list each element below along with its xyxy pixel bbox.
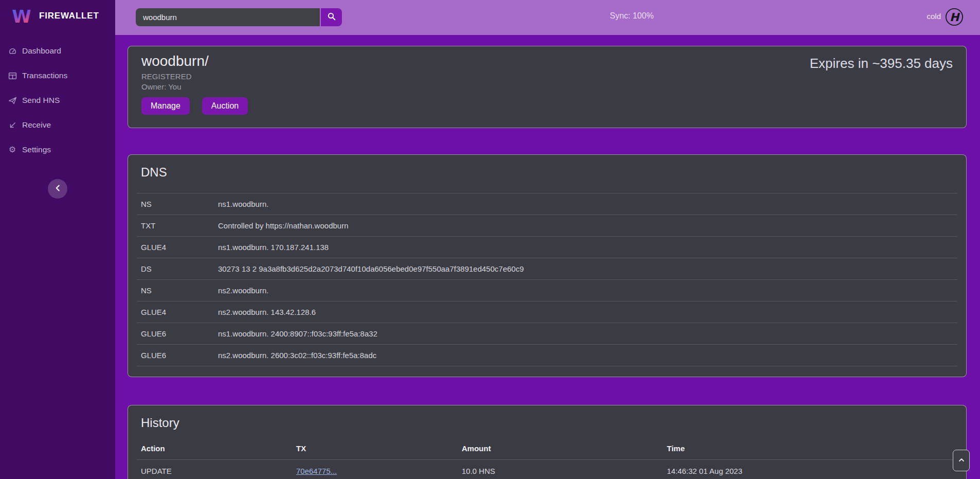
history-col-tx: TX (292, 437, 458, 460)
domain-owner: Owner: You (141, 82, 953, 91)
table-icon (8, 72, 17, 80)
sidebar-nav: Dashboard Transactions Send HNS Receive … (0, 39, 115, 162)
main-content: woodburn/ REGISTERED Owner: You Manage A… (115, 35, 980, 479)
history-action: UPDATE (137, 460, 292, 479)
tx-link[interactable]: 70e64775... (296, 467, 337, 475)
dns-record-value: 30273 13 2 9a3a8fb3d625d2a2073d740f10da6… (214, 258, 957, 280)
dns-record-type: GLUE6 (137, 345, 214, 366)
sync-status: Sync: 100% (610, 11, 654, 21)
brand: W FIREWALLET (0, 0, 115, 30)
arrow-down-left-icon (8, 121, 17, 130)
chevron-left-icon (55, 184, 61, 193)
dns-record-type: GLUE4 (137, 301, 214, 323)
dns-record-type: DS (137, 258, 214, 280)
sidebar-collapse-button[interactable] (48, 179, 67, 199)
domain-card: woodburn/ REGISTERED Owner: You Manage A… (128, 46, 967, 128)
search-icon (327, 12, 336, 23)
domain-expiry: Expires in ~395.35 days (810, 56, 953, 72)
history-amount: 10.0 HNS (458, 460, 663, 479)
dns-record-row: GLUE4 ns1.woodburn. 170.187.241.138 (137, 237, 957, 258)
sidebar-item-label: Settings (22, 145, 51, 154)
domain-actions: Manage Auction (141, 97, 953, 115)
sidebar-item-send-hns[interactable]: Send HNS (0, 88, 115, 113)
dns-record-value: ns2.woodburn. 2600:3c02::f03c:93ff:fe5a:… (214, 345, 957, 366)
gear-icon: ⚙ (8, 146, 17, 154)
history-row: UPDATE 70e64775... 10.0 HNS 14:46:32 01 … (137, 460, 957, 479)
sidebar: W FIREWALLET Dashboard Transactions Send… (0, 0, 115, 479)
auction-button[interactable]: Auction (202, 97, 248, 115)
history-card-title: History (141, 416, 953, 430)
gauge-icon (8, 47, 17, 56)
dns-record-row: TXT Controlled by https://nathan.woodbur… (137, 215, 957, 237)
sidebar-item-dashboard[interactable]: Dashboard (0, 39, 115, 63)
svg-text:W: W (12, 6, 31, 26)
dns-card: DNS NS ns1.woodburn. TXT Controlled by h… (128, 154, 967, 377)
history-header-row: Action TX Amount Time (137, 437, 957, 460)
dns-card-title: DNS (141, 165, 953, 180)
dns-record-value: ns2.woodburn. 143.42.128.6 (214, 301, 957, 323)
topbar: Sync: 100% cold H (115, 0, 980, 35)
dns-record-row: GLUE4 ns2.woodburn. 143.42.128.6 (137, 301, 957, 323)
dns-record-type: TXT (137, 215, 214, 237)
history-col-time: Time (663, 437, 957, 460)
wallet-mode-badge: cold (927, 12, 941, 21)
search-button[interactable] (321, 8, 342, 26)
history-card: History Action TX Amount Time UPDATE 70e… (128, 405, 967, 479)
dns-record-row: DS 30273 13 2 9a3a8fb3d625d2a2073d740f10… (137, 258, 957, 280)
dns-record-value: ns1.woodburn. (214, 193, 957, 215)
manage-button[interactable]: Manage (141, 97, 190, 115)
dns-record-value: Controlled by https://nathan.woodburn (214, 215, 957, 237)
domain-status: REGISTERED (141, 72, 953, 81)
dns-record-row: GLUE6 ns1.woodburn. 2400:8907::f03c:93ff… (137, 323, 957, 345)
sidebar-item-label: Receive (22, 120, 51, 130)
sidebar-item-transactions[interactable]: Transactions (0, 63, 115, 88)
search-group (136, 8, 342, 26)
scroll-to-top-button[interactable] (953, 450, 970, 471)
hns-logo-icon: H (945, 8, 964, 26)
search-input[interactable] (136, 8, 320, 26)
dns-record-row: GLUE6 ns2.woodburn. 2600:3c02::f03c:93ff… (137, 345, 957, 366)
dns-record-type: GLUE4 (137, 237, 214, 258)
history-time: 14:46:32 01 Aug 2023 (663, 460, 957, 479)
firewallet-logo-icon: W (10, 6, 33, 26)
sidebar-item-label: Dashboard (22, 46, 61, 56)
dns-record-value: ns1.woodburn. 2400:8907::f03c:93ff:fe5a:… (214, 323, 957, 345)
dns-record-row: NS ns1.woodburn. (137, 193, 957, 215)
sidebar-item-label: Send HNS (22, 96, 60, 105)
sidebar-item-settings[interactable]: ⚙ Settings (0, 137, 115, 162)
history-col-amount: Amount (458, 437, 663, 460)
dns-table: NS ns1.woodburn. TXT Controlled by https… (137, 193, 957, 366)
sidebar-item-label: Transactions (22, 71, 67, 80)
brand-name: FIREWALLET (39, 11, 99, 21)
dns-record-type: NS (137, 280, 214, 301)
dns-record-value: ns1.woodburn. 170.187.241.138 (214, 237, 957, 258)
dns-record-type: GLUE6 (137, 323, 214, 345)
sidebar-item-receive[interactable]: Receive (0, 113, 115, 137)
svg-text:H: H (950, 11, 960, 24)
history-table: Action TX Amount Time UPDATE 70e64775...… (137, 437, 957, 479)
dns-record-row: NS ns2.woodburn. (137, 280, 957, 301)
dns-record-value: ns2.woodburn. (214, 280, 957, 301)
dns-record-type: NS (137, 193, 214, 215)
paper-plane-icon (8, 96, 17, 105)
chevron-up-icon (958, 456, 965, 465)
history-col-action: Action (137, 437, 292, 460)
